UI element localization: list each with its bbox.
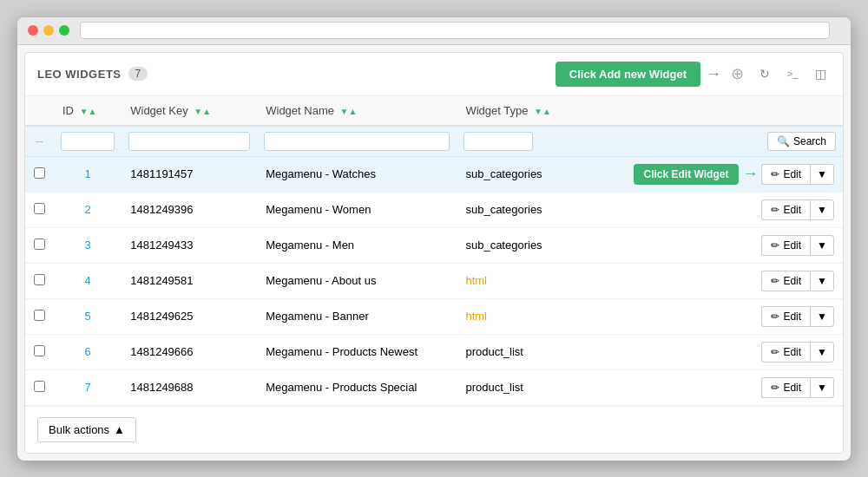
key-sort-icons[interactable]: ▼▲ — [194, 107, 211, 116]
pencil-icon: ✏ — [771, 168, 779, 180]
row-name-cell: Megamenu - Men — [257, 227, 457, 263]
edit-dropdown-button[interactable]: ▼ — [810, 377, 834, 398]
row-key-cell: 1481249396 — [122, 192, 257, 227]
row-id-cell: 3 — [54, 227, 122, 263]
row-id-link[interactable]: 7 — [85, 381, 91, 394]
edit-button[interactable]: ✏ Edit — [761, 164, 810, 185]
search-label: Search — [793, 135, 826, 147]
row-checkbox[interactable] — [34, 238, 45, 250]
edit-button-group: ✏ Edit▼ — [761, 199, 834, 220]
row-key-cell: 1481249581 — [122, 263, 257, 298]
row-action-cell: ✏ Edit▼ — [624, 334, 843, 369]
pencil-icon: ✏ — [771, 239, 779, 252]
row-id-link[interactable]: 4 — [85, 274, 91, 287]
search-icon: 🔍 — [777, 135, 790, 147]
filter-type-input[interactable] — [464, 132, 533, 151]
row-type-cell: sub_categories — [457, 227, 624, 263]
edit-button-group: ✏ Edit▼ — [761, 306, 834, 327]
row-checkbox[interactable] — [34, 345, 45, 356]
edit-button[interactable]: ✏ Edit — [761, 199, 810, 220]
edit-dropdown-button[interactable]: ▼ — [810, 199, 834, 220]
toolbar: LEO WIDGETS 7 Click Add new Widget → ⊕ ↻… — [25, 53, 843, 96]
row-type-cell: sub_categories — [457, 156, 624, 192]
traffic-lights — [28, 25, 69, 36]
terminal-icon[interactable]: >_ — [782, 63, 803, 84]
row-id-link[interactable]: 6 — [85, 345, 91, 358]
edit-dropdown-button[interactable]: ▼ — [810, 306, 834, 327]
edit-button[interactable]: ✏ Edit — [761, 306, 810, 327]
row-key-cell: 1481191457 — [122, 156, 257, 192]
row-checkbox[interactable] — [34, 310, 45, 321]
filter-type-cell — [457, 126, 624, 157]
click-edit-badge: Click Edit Widget — [634, 164, 740, 185]
name-sort-icons[interactable]: ▼▲ — [340, 107, 358, 116]
filter-name-input[interactable] — [264, 132, 450, 151]
close-button[interactable] — [28, 25, 38, 36]
row-checkbox[interactable] — [34, 167, 45, 179]
row-checkbox[interactable] — [34, 274, 45, 285]
footer: Bulk actions ▲ — [25, 406, 843, 453]
maximize-button[interactable] — [59, 25, 69, 36]
id-sort-icons[interactable]: ▼▲ — [80, 107, 97, 116]
row-type-cell: html — [457, 298, 624, 334]
row-checkbox[interactable] — [34, 381, 45, 392]
click-edit-arrow-icon: → — [742, 165, 758, 183]
bulk-actions-button[interactable]: Bulk actions ▲ — [37, 417, 136, 442]
table-row: 61481249666Megamenu - Products Newestpro… — [25, 334, 843, 369]
row-action-cell: ✏ Edit▼ — [624, 298, 843, 334]
row-checkbox-cell — [25, 192, 54, 227]
minimize-button[interactable] — [43, 25, 54, 36]
type-sort-icons[interactable]: ▼▲ — [534, 107, 551, 116]
plus-icon[interactable]: ⊕ — [727, 63, 747, 84]
edit-button[interactable]: ✏ Edit — [761, 377, 810, 398]
table-row: 11481191457Megamenu - Watchessub_categor… — [25, 156, 843, 192]
table-row: 51481249625Megamenu - Bannerhtml✏ Edit▼ — [25, 298, 843, 334]
row-type-cell: sub_categories — [457, 192, 624, 227]
row-id-cell: 7 — [54, 369, 122, 405]
pencil-icon: ✏ — [771, 346, 779, 358]
row-type-cell: product_list — [457, 334, 624, 369]
filter-dash: -- — [25, 126, 54, 157]
filter-key-input[interactable] — [128, 132, 250, 151]
titlebar — [17, 17, 851, 45]
edit-dropdown-button[interactable]: ▼ — [810, 271, 834, 291]
row-name-cell: Megamenu - Women — [257, 192, 457, 227]
database-icon[interactable]: ◫ — [810, 63, 831, 84]
row-action-cell: Click Edit Widget→✏ Edit▼ — [624, 156, 843, 192]
filter-key-cell — [122, 126, 257, 157]
row-id-link[interactable]: 5 — [85, 310, 91, 323]
row-id-cell: 5 — [54, 298, 122, 334]
filter-search-cell: 🔍 Search — [624, 126, 843, 157]
row-action-cell: ✏ Edit▼ — [624, 192, 843, 227]
filter-id-input[interactable] — [61, 132, 115, 151]
row-key-cell: 1481249666 — [122, 334, 257, 369]
row-name-cell: Megamenu - Watches — [257, 156, 457, 192]
row-name-cell: Megamenu - Products Special — [257, 369, 457, 405]
table-body: 11481191457Megamenu - Watchessub_categor… — [25, 156, 843, 405]
row-checkbox-cell — [25, 369, 54, 405]
refresh-icon[interactable]: ↻ — [754, 63, 775, 84]
row-type-cell: product_list — [457, 369, 624, 405]
row-checkbox-cell — [25, 227, 54, 263]
row-checkbox[interactable] — [34, 203, 45, 214]
col-action-header — [624, 96, 843, 126]
edit-button-group: ✏ Edit▼ — [761, 342, 834, 363]
search-button[interactable]: 🔍 Search — [767, 132, 836, 151]
edit-dropdown-button[interactable]: ▼ — [810, 164, 834, 185]
edit-dropdown-button[interactable]: ▼ — [810, 235, 834, 256]
url-bar[interactable] — [80, 22, 830, 39]
row-action-cell: ✏ Edit▼ — [624, 369, 843, 405]
pencil-icon: ✏ — [771, 204, 779, 216]
edit-button[interactable]: ✏ Edit — [761, 342, 810, 363]
row-id-link[interactable]: 2 — [85, 203, 91, 216]
row-id-link[interactable]: 1 — [85, 167, 91, 180]
edit-dropdown-button[interactable]: ▼ — [810, 342, 834, 363]
table-row: 41481249581Megamenu - About ushtml✏ Edit… — [25, 263, 843, 298]
table-row: 21481249396Megamenu - Womensub_categorie… — [25, 192, 843, 227]
row-id-cell: 4 — [54, 263, 122, 298]
edit-button[interactable]: ✏ Edit — [761, 271, 810, 291]
row-id-link[interactable]: 3 — [85, 238, 91, 252]
edit-button[interactable]: ✏ Edit — [761, 235, 810, 256]
add-widget-button[interactable]: Click Add new Widget — [556, 62, 700, 87]
count-badge: 7 — [128, 67, 148, 81]
